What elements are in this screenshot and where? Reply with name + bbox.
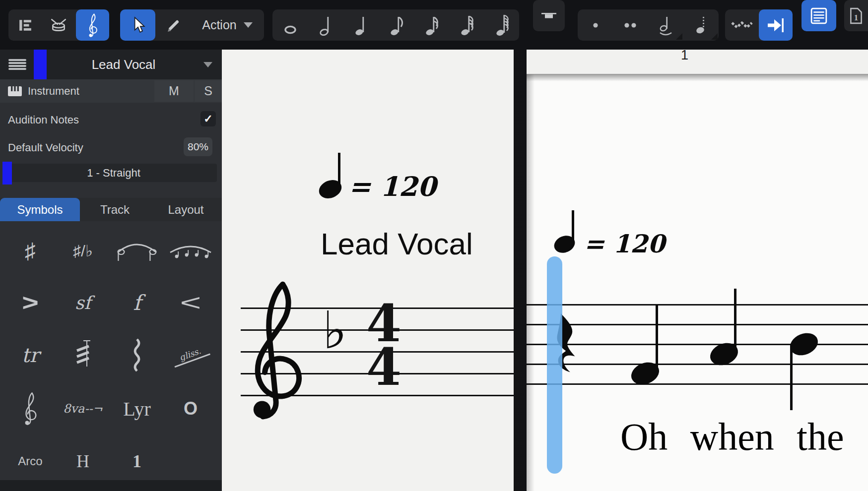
insert-to-barline-button[interactable] [759,9,793,41]
insert-mode-group [725,9,793,41]
dotted-stem-note-button[interactable] [683,9,719,41]
eighth-note-icon [389,14,403,37]
treble-clef-icon [23,391,38,426]
instrument-row: Instrument M S [0,79,222,103]
groove-label: 1 - Straight [87,167,140,180]
treble-clef[interactable] [246,272,305,429]
thirtysecond-note-button[interactable] [449,9,484,41]
note-duration-group [272,9,519,41]
slur-notes-icon [168,240,213,262]
symbol-slur-notes[interactable] [165,226,216,276]
track-name-dropdown[interactable]: Lead Vocal [47,50,200,79]
solo-button[interactable]: S [195,80,222,102]
rest-button[interactable] [533,0,565,31]
whole-note-button[interactable] [272,9,308,41]
tab-layout[interactable]: Layout [150,198,222,221]
text-list-icon [810,7,827,24]
symbol-trill[interactable]: tr [4,330,56,380]
eighth-note-button[interactable] [378,9,413,41]
track-color-chip[interactable] [34,50,47,79]
track-header: Lead Vocal [0,50,222,79]
dot-tie-group [578,9,719,41]
half-note-button[interactable] [308,9,343,41]
tempo-note-stem [338,153,340,186]
sixtyfourth-note-button[interactable] [484,9,519,41]
key-signature-flat[interactable]: ♭ [323,305,347,356]
mute-button[interactable]: M [154,80,194,102]
symbol-arpeggio[interactable] [111,330,163,380]
pointer-icon [130,16,146,34]
staff-track-title[interactable]: Lead Vocal [321,226,473,261]
action-menu-button[interactable]: Action [191,9,264,41]
quarter-note-button[interactable] [343,9,378,41]
symbol-clef[interactable] [4,384,56,433]
page-view-button[interactable]: 1 [844,0,868,31]
piano-roll-view-button[interactable] [8,9,42,41]
piano-roll-icon [18,18,32,32]
zigzag-icon [731,20,753,31]
pointer-tool-button[interactable] [120,9,155,41]
symbol-lyric[interactable]: Lyr [111,384,163,433]
symbol-circle[interactable]: O [165,384,216,433]
symbol-sforzando[interactable]: sf [57,278,109,327]
score-top-margin [527,50,868,74]
tremolo-icon [73,340,92,370]
lyric-list-button[interactable] [801,0,836,31]
symbol-accent[interactable]: > [0,278,63,327]
lyrics-line[interactable]: Oh when the [620,415,844,459]
symbol-arco[interactable]: Arco [4,436,56,486]
tab-track[interactable]: Track [80,198,149,221]
track-dropdown-caret-icon[interactable] [203,62,212,67]
symbol-sharp[interactable]: ♯ [4,226,56,276]
dotted-button[interactable] [578,9,613,41]
menu-icon[interactable] [8,59,26,70]
drum-view-button[interactable] [42,9,75,41]
default-velocity-label: Default Velocity [8,141,83,154]
sidebar-tabs: Symbols Track Layout [0,198,222,221]
pencil-tool-button[interactable] [155,9,191,41]
tab-layout-label: Layout [168,203,203,217]
symbol-harmonic[interactable]: H [57,436,109,486]
thirtysecond-note-icon [459,14,474,37]
sixteenth-note-button[interactable] [413,9,449,41]
sixtyfourth-note-icon [494,14,509,37]
tool-group: Action [120,9,264,41]
playhead[interactable] [547,256,562,474]
symbol-one[interactable]: 1 [111,436,163,486]
tempo-note-stem [572,210,574,242]
velocity-value-field[interactable]: 80% [184,137,212,156]
symbol-sharp-flat[interactable]: ♯/♭ [57,226,109,276]
score-editor-window: Action [0,0,868,491]
checkmark-icon: ✓ [203,113,212,125]
whole-rest-icon [540,9,557,22]
sixteenth-note-icon [424,14,439,37]
groove-select[interactable]: 1 - Straight [10,164,217,182]
arrow-to-barline-icon [766,17,785,33]
double-dot-icon [623,22,638,29]
page-gap-shadow [514,50,527,491]
tab-symbols[interactable]: Symbols [0,198,80,221]
symbol-tie[interactable] [111,226,163,276]
double-dotted-button[interactable] [613,9,648,41]
symbol-glissando[interactable]: gliss. [165,330,216,380]
note-stem [734,289,736,354]
tuplet-button[interactable] [725,9,759,41]
symbol-crescendo[interactable]: < [149,278,232,327]
symbol-octave[interactable]: 8va--¬ [57,384,109,433]
time-signature-denominator[interactable]: 4 [366,344,401,391]
tie-note-button[interactable] [648,9,683,41]
symbol-tremolo[interactable] [57,330,109,380]
bar-number: 1 [681,48,688,63]
audition-notes-checkbox[interactable]: ✓ [200,111,216,126]
tempo-text-right: = 120 [584,229,665,258]
view-mode-group [8,9,109,41]
page-icon: 1 [849,7,863,24]
score-view-button[interactable] [76,9,109,41]
tie-note-icon [659,14,673,37]
track-name-label: Lead Vocal [92,57,156,72]
tempo-text-left: = 120 [348,171,436,202]
page-icon-number: 1 [854,12,859,22]
piano-keyboard-icon [8,86,22,96]
tab-track-label: Track [100,203,130,217]
pencil-icon [165,17,181,33]
